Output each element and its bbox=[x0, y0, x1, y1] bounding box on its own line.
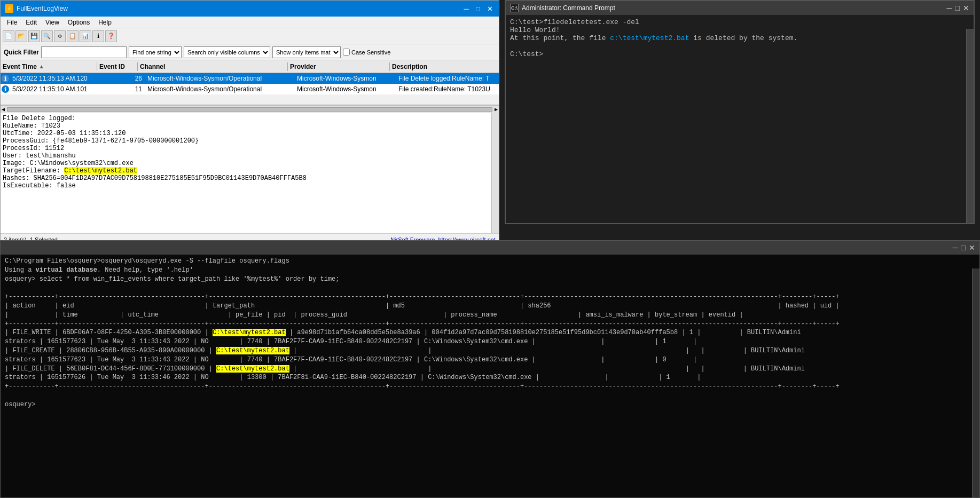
detail-line-6: User: test\himanshu bbox=[3, 152, 497, 160]
row-description: File Delete logged:RuleName: T bbox=[396, 75, 499, 82]
row-channel: Microsoft-Windows-Sysmon/Operational bbox=[145, 85, 295, 93]
h-scroll-left[interactable]: ◀ bbox=[1, 106, 6, 113]
osquery-window: ─ □ ✕ C:\Program Files\osquery>osqueryd\… bbox=[0, 240, 980, 498]
col-header-event-id[interactable]: Event ID bbox=[97, 63, 137, 70]
felv-close-btn[interactable]: ✕ bbox=[485, 4, 495, 13]
detail-line-4: ProcessGuid: {fe481eb9-1371-6271-9705-00… bbox=[3, 137, 497, 145]
row-event-time: 5/3/2022 11:35:13 AM.120 bbox=[10, 75, 105, 82]
osquery-maximize-btn[interactable]: □ bbox=[961, 243, 966, 252]
row-info-icon: ℹ bbox=[2, 75, 9, 82]
col-header-provider[interactable]: Provider bbox=[288, 63, 389, 70]
cmd-scrollbar[interactable] bbox=[966, 29, 974, 223]
menu-help[interactable]: Help bbox=[94, 18, 116, 27]
event-table-body: ℹ 5/3/2022 11:35:13 AM.120 26 Microsoft-… bbox=[1, 73, 499, 105]
cmd-content: C:\test>filedeletetest.exe -del Hello Wo… bbox=[506, 15, 974, 223]
cmd-highlight-path: c:\test\mytest2.bat bbox=[610, 34, 689, 42]
row-event-id: 11 bbox=[105, 85, 145, 93]
cmd-window-controls: ─ □ ✕ bbox=[947, 4, 969, 12]
row-provider: Microsoft-Windows-Sysmon bbox=[295, 75, 396, 82]
toolbar-btn6[interactable]: 📋 bbox=[67, 30, 79, 42]
felv-toolbar: 📄 📂 💾 🔍 ⚙ 📋 📊 ℹ ❓ bbox=[1, 28, 499, 44]
highlighted-path: C:\test\mytest2.bat bbox=[64, 167, 137, 175]
detail-line-10: IsExecutable: false bbox=[3, 182, 497, 189]
detail-line-8: TargetFilename: C:\test\mytest2.bat bbox=[3, 167, 497, 175]
menu-options[interactable]: Options bbox=[64, 18, 94, 27]
col-header-event-time[interactable]: Event Time ▲ bbox=[1, 63, 97, 70]
quick-filter-label: Quick Filter bbox=[4, 49, 39, 56]
col-header-description[interactable]: Description bbox=[390, 63, 499, 70]
toolbar-btn5[interactable]: ⚙ bbox=[54, 30, 66, 42]
row-event-time: 5/3/2022 11:35:10 AM.101 bbox=[10, 85, 105, 93]
cmd-close-btn[interactable]: ✕ bbox=[963, 4, 969, 12]
quick-filter-bar: Quick Filter Find one string Search only… bbox=[1, 44, 499, 60]
detail-line-9: Hashes: SHA256=004F1D2A97D7AC09D75819881… bbox=[3, 175, 497, 182]
horizontal-scrollbar[interactable]: ◀ ▶ bbox=[1, 105, 499, 113]
oq-highlight-3: C:\test\mytest2.bat bbox=[216, 365, 289, 373]
detail-line-5: ProcessId: 11512 bbox=[3, 145, 497, 152]
h-scroll-right[interactable]: ▶ bbox=[493, 106, 499, 113]
oq-highlight-1: C:\test\mytest2.bat bbox=[213, 329, 286, 336]
menu-view[interactable]: View bbox=[41, 18, 64, 27]
row-provider: Microsoft-Windows-Sysmon bbox=[295, 85, 396, 93]
osquery-bold-text: virtual database bbox=[36, 266, 97, 274]
felv-titlebar: ⚡ FullEventLogView ─ □ ✕ bbox=[1, 1, 499, 17]
detail-line-3: UtcTime: 2022-05-03 11:35:13.120 bbox=[3, 130, 497, 137]
search-scope-dropdown[interactable]: Search only visible columns bbox=[184, 46, 270, 58]
felv-menu-bar: File Edit View Options Help bbox=[1, 17, 499, 28]
row-channel: Microsoft-Windows-Sysmon/Operational bbox=[145, 75, 295, 82]
toolbar-open-btn[interactable]: 📂 bbox=[15, 30, 27, 42]
detail-line-1: File Delete logged: bbox=[3, 115, 497, 122]
osquery-scrollbar[interactable] bbox=[972, 268, 979, 497]
toolbar-save-btn[interactable]: 💾 bbox=[28, 30, 40, 42]
osquery-content: C:\Program Files\osquery>osqueryd\osquer… bbox=[1, 255, 979, 497]
case-sensitive-checkbox[interactable] bbox=[343, 49, 350, 56]
col-header-channel[interactable]: Channel bbox=[138, 63, 287, 70]
cmd-window: C:\ Administrator: Command Prompt ─ □ ✕ … bbox=[505, 0, 975, 224]
felv-maximize-btn[interactable]: □ bbox=[473, 4, 483, 13]
osquery-close-btn[interactable]: ✕ bbox=[969, 243, 975, 252]
event-time-sort-icon: ▲ bbox=[39, 64, 44, 69]
row-description: File created:RuleName: T1023U bbox=[396, 85, 499, 93]
felv-title: FullEventLogView bbox=[17, 5, 461, 12]
toolbar-btn8[interactable]: ℹ bbox=[92, 30, 104, 42]
toolbar-btn4[interactable]: 🔍 bbox=[41, 30, 53, 42]
osquery-titlebar: ─ □ ✕ bbox=[1, 241, 979, 255]
cmd-titlebar: C:\ Administrator: Command Prompt ─ □ ✕ bbox=[506, 1, 974, 15]
cmd-title: Administrator: Command Prompt bbox=[522, 4, 947, 12]
detail-scrollbar[interactable] bbox=[491, 113, 499, 233]
detail-line-2: RuleName: T1023 bbox=[3, 122, 497, 130]
felv-window: ⚡ FullEventLogView ─ □ ✕ File Edit View … bbox=[0, 0, 499, 246]
filter-match-dropdown[interactable]: Show only items mat bbox=[272, 46, 341, 58]
felv-minimize-btn[interactable]: ─ bbox=[461, 4, 471, 13]
case-sensitive-text: Case Sensitive bbox=[351, 49, 390, 56]
table-row[interactable]: ℹ 5/3/2022 11:35:13 AM.120 26 Microsoft-… bbox=[1, 73, 499, 84]
event-table-header: Event Time ▲ Event ID Channel Provider D… bbox=[1, 60, 499, 73]
find-mode-dropdown[interactable]: Find one string bbox=[129, 46, 182, 58]
toolbar-btn7[interactable]: 📊 bbox=[80, 30, 91, 42]
oq-highlight-2: C:\test\mytest2.bat bbox=[216, 347, 289, 354]
toolbar-new-btn[interactable]: 📄 bbox=[3, 30, 14, 42]
detail-panel: File Delete logged: RuleName: T1023 UtcT… bbox=[1, 113, 499, 233]
row-event-id: 26 bbox=[105, 75, 145, 82]
row-info-icon: ℹ bbox=[2, 85, 9, 93]
detail-line-7: Image: C:\Windows\system32\cmd.exe bbox=[3, 160, 497, 167]
menu-file[interactable]: File bbox=[3, 18, 21, 27]
case-sensitive-label[interactable]: Case Sensitive bbox=[343, 49, 390, 56]
cmd-app-icon: C:\ bbox=[510, 4, 519, 12]
felv-window-controls: ─ □ ✕ bbox=[461, 4, 495, 13]
menu-edit[interactable]: Edit bbox=[21, 18, 41, 27]
osquery-minimize-btn[interactable]: ─ bbox=[953, 243, 958, 252]
cmd-minimize-btn[interactable]: ─ bbox=[947, 4, 952, 12]
cmd-maximize-btn[interactable]: □ bbox=[955, 4, 960, 12]
osquery-window-controls: ─ □ ✕ bbox=[953, 243, 975, 252]
quick-filter-input[interactable] bbox=[41, 46, 127, 58]
toolbar-btn9[interactable]: ❓ bbox=[105, 30, 117, 42]
felv-app-icon: ⚡ bbox=[5, 4, 13, 13]
table-row[interactable]: ℹ 5/3/2022 11:35:10 AM.101 11 Microsoft-… bbox=[1, 84, 499, 94]
